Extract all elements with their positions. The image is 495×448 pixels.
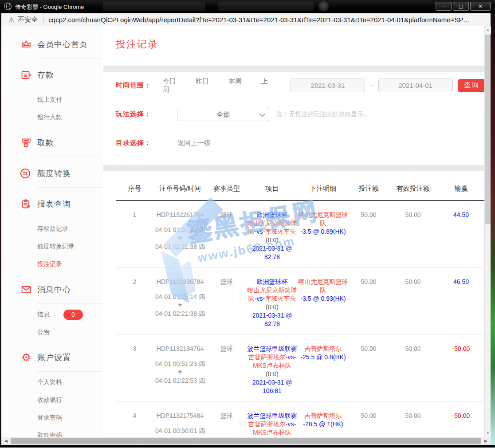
order-number-time: HDP113217548#04-01 00:50:01 四#04-01 01:2… bbox=[153, 412, 207, 437]
play-select-dropdown[interactable]: 全部 bbox=[177, 108, 269, 121]
win-loss: -50.00 bbox=[437, 412, 485, 437]
page-title: 投注记录 bbox=[116, 38, 486, 51]
bet-pick: 吉普萨斯塔尔 bbox=[298, 412, 349, 420]
maximize-button[interactable]: ▢ bbox=[453, 2, 469, 11]
report-icon: $ bbox=[20, 199, 32, 209]
horizontal-scroll-thumb[interactable] bbox=[11, 438, 481, 444]
quick-link-昨日[interactable]: 昨日 bbox=[196, 77, 209, 85]
quick-link-今日[interactable]: 今日 bbox=[163, 77, 176, 85]
table-header-cell: 序号 bbox=[116, 184, 153, 193]
win-loss: 46.50 bbox=[437, 278, 485, 328]
sidebar-item-会员中心首页[interactable]: 会员中心首页 bbox=[1, 34, 102, 55]
scroll-left-arrow-icon[interactable]: ◀ bbox=[2, 437, 10, 445]
sidebar-subitem-登录密码[interactable]: 登录密码 bbox=[1, 409, 102, 427]
main-content: 投注记录 时间范围： 今日昨日本周上周 - 查询 玩法选择： 全部 bbox=[103, 26, 486, 437]
bet-records-table: 序号注单号码/时间赛事类型项目下注明细投注额有效投注额输赢 1HDP113226… bbox=[116, 184, 485, 437]
bet-pick: 吉普萨斯塔尔 bbox=[298, 345, 349, 353]
time-range-label: 时间范围： bbox=[116, 81, 163, 90]
date-to-input[interactable] bbox=[378, 79, 453, 92]
bet-odds: -3.5 @ 0.89(HK) bbox=[298, 228, 349, 236]
sidebar-section: $报表查询存取款记录额度转换记录投注记录 bbox=[1, 194, 102, 273]
table-header-cell: 输赢 bbox=[437, 184, 485, 193]
quick-link-本周[interactable]: 本周 bbox=[228, 77, 242, 85]
quick-link-上周[interactable]: 上周 bbox=[163, 77, 268, 93]
sidebar-section: 取款 bbox=[1, 133, 102, 157]
section-divider bbox=[103, 165, 486, 171]
bet-time: 04-01 01:25:14 四 bbox=[153, 293, 207, 301]
transfer-icon: ⇆ bbox=[20, 169, 32, 178]
sidebar-subitem-公告[interactable]: 公告 bbox=[1, 323, 102, 341]
sidebar-item-消息中心[interactable]: 消息中心 bbox=[1, 279, 102, 300]
sidebar-subitem-收款银行[interactable]: 收款银行 bbox=[1, 391, 102, 409]
match-info: 波兰篮球甲级联赛吉普萨斯塔尔-vs-MKS卢布林队 (0:0)2021-03-3… bbox=[247, 412, 298, 437]
scroll-right-arrow-icon[interactable]: ▶ bbox=[482, 437, 490, 445]
sidebar-subitem-取款密码[interactable]: 取款密码 bbox=[1, 427, 102, 437]
minimize-button[interactable]: – bbox=[436, 2, 452, 11]
sidebar-subitem-投注记录[interactable]: 投注记录 bbox=[1, 255, 102, 273]
filter-panel: 时间范围： 今日昨日本周上周 - 查询 玩法选择： 全部 注：无投注的玩法此处忽… bbox=[103, 72, 486, 150]
order-number-time: HDP113226176#04-01 01:07:14 四#04-01 02:2… bbox=[153, 211, 207, 261]
settle-time: 04-01 02:21:38 四 bbox=[153, 310, 207, 318]
sidebar-subitem-额度转换记录[interactable]: 额度转换记录 bbox=[1, 238, 102, 255]
sidebar-subitem-银行入款[interactable]: 银行入款 bbox=[1, 109, 102, 126]
sidebar-item-取款[interactable]: 取款 bbox=[1, 133, 102, 153]
sport-type: 篮球 bbox=[207, 278, 247, 328]
sidebar-subitem-线上支付[interactable]: 线上支付 bbox=[1, 91, 102, 109]
globe-favicon-icon bbox=[4, 3, 12, 10]
match-result: 2021-03-31 @ 82:78 bbox=[247, 244, 298, 261]
quick-links: 今日昨日本周上周 bbox=[163, 77, 287, 94]
table-header-cell: 赛事类型 bbox=[207, 184, 247, 193]
address-bar[interactable]: ⚠ 不安全 | cqcp2.com/chuanQiCPLoginWeb/app/… bbox=[1, 13, 491, 26]
sidebar-item-账户设置[interactable]: ⚙账户设置 bbox=[1, 347, 102, 368]
sidebar-section: ⚙账户设置个人资料收款银行登录密码取款密码 bbox=[1, 347, 102, 437]
order-number-time: HDP113218476#04-01 00:51:23 四#04-01 01:2… bbox=[153, 345, 207, 395]
directory-row: 目录选择： 返回上一级 bbox=[116, 136, 486, 150]
sidebar-divider bbox=[37, 157, 102, 157]
sidebar-item-额度转换[interactable]: ⇆额度转换 bbox=[1, 163, 102, 184]
sidebar-subitem-label: 信息 bbox=[37, 310, 50, 318]
date-from-input[interactable] bbox=[291, 79, 365, 92]
sidebar-divider bbox=[37, 218, 102, 218]
order-number: HDP113218476# bbox=[153, 345, 207, 353]
vertical-scrollbar[interactable]: ▲ ▼ bbox=[484, 26, 491, 437]
time-separator: # bbox=[153, 368, 207, 377]
row-number: 3 bbox=[116, 345, 153, 395]
sport-type: 篮球 bbox=[207, 211, 247, 261]
vertical-scroll-thumb[interactable] bbox=[485, 35, 491, 224]
sidebar-subitem-label: 银行入款 bbox=[37, 114, 62, 122]
bet-time: 04-01 01:07:14 四 bbox=[153, 226, 207, 234]
sidebar-divider bbox=[37, 371, 102, 372]
match-result: 2021-03-31 @ 82:78 bbox=[247, 311, 298, 328]
sidebar-item-报表查询[interactable]: $报表查询 bbox=[1, 194, 102, 214]
horizontal-scrollbar[interactable]: ◀ ▶ bbox=[1, 437, 491, 445]
url-text[interactable]: cqcp2.com/chuanQiCPLoginWeb/app/reportDe… bbox=[48, 16, 470, 24]
sidebar-subitem-存取款记录[interactable]: 存取款记录 bbox=[1, 220, 102, 238]
scroll-up-arrow-icon[interactable]: ▲ bbox=[485, 26, 491, 34]
bet-amount: 50.00 bbox=[349, 278, 389, 328]
win-loss: -50.00 bbox=[437, 345, 485, 395]
row-number: 1 bbox=[116, 211, 153, 261]
sidebar-item-存款[interactable]: ¥存款 bbox=[1, 65, 102, 85]
sidebar-subitem-label: 额度转换记录 bbox=[37, 243, 75, 251]
sidebar-subitem-信息[interactable]: 信息0 bbox=[1, 306, 102, 323]
security-label[interactable]: 不安全 bbox=[18, 16, 38, 24]
order-number: HDP113217548# bbox=[153, 412, 207, 420]
sidebar-subitem-label: 公告 bbox=[37, 328, 50, 336]
bet-odds: -25.5 @ 0.8(HK) bbox=[298, 353, 349, 362]
scroll-down-arrow-icon[interactable]: ▼ bbox=[485, 429, 491, 437]
date-range-separator: - bbox=[370, 82, 373, 90]
match-info: 欧洲篮球杯喀山尤尼克斯篮球队-vs-库班火车头 (0:0)2021-03-31 … bbox=[247, 211, 298, 261]
settle-time: 04-01 01:22:53 四 bbox=[153, 377, 207, 385]
close-button[interactable]: ✕ bbox=[470, 2, 491, 11]
query-button[interactable]: 查询 bbox=[458, 79, 486, 92]
valid-amount: 50.00 bbox=[389, 412, 437, 437]
sidebar-subitem-label: 线上支付 bbox=[37, 96, 62, 104]
section-divider bbox=[103, 66, 486, 72]
time-range-row: 时间范围： 今日昨日本周上周 - 查询 bbox=[116, 79, 486, 92]
back-to-parent-link[interactable]: 返回上一级 bbox=[177, 139, 211, 147]
svg-text:$: $ bbox=[28, 205, 29, 208]
sidebar-item-label: 存款 bbox=[37, 70, 54, 80]
sidebar-subitem-label: 投注记录 bbox=[37, 260, 62, 268]
order-number: HDP113233678# bbox=[153, 278, 207, 286]
sidebar-subitem-个人资料[interactable]: 个人资料 bbox=[1, 373, 102, 391]
